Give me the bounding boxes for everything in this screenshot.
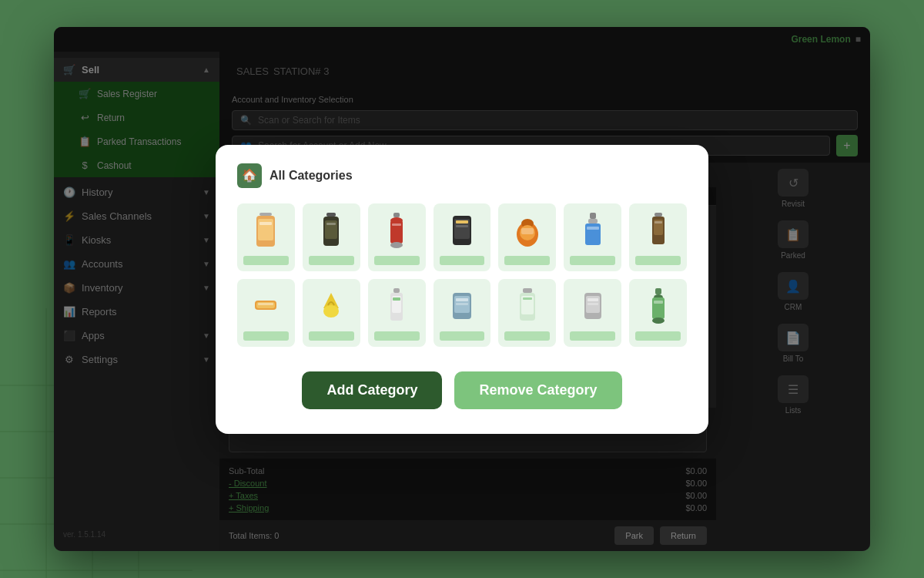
svg-rect-11 [259,222,272,225]
product-image-10 [377,287,417,327]
svg-rect-16 [393,213,400,217]
svg-rect-29 [590,213,596,219]
svg-rect-39 [258,303,273,305]
category-card-9[interactable] [303,279,360,347]
category-label-6 [570,256,615,265]
category-card-1[interactable] [237,203,295,271]
category-label-12 [504,331,550,341]
svg-point-40 [323,305,339,318]
add-category-button[interactable]: Add Category [302,371,442,409]
category-card-2[interactable] [303,203,360,271]
category-card-5[interactable] [498,203,556,271]
category-card-3[interactable] [368,203,426,271]
svg-rect-55 [588,298,598,301]
svg-rect-8 [259,213,272,216]
category-card-12[interactable] [498,279,556,347]
category-label-1 [243,256,289,265]
svg-rect-19 [392,223,401,226]
home-icon[interactable]: 🏠 [237,163,262,188]
category-label-13 [570,331,615,341]
category-card-4[interactable] [434,203,491,271]
category-card-10[interactable] [368,279,426,347]
svg-point-20 [390,242,403,248]
product-image-8 [246,287,286,327]
svg-rect-36 [654,221,662,223]
svg-rect-12 [326,213,336,217]
product-image-1 [246,211,286,251]
svg-rect-49 [523,288,532,293]
svg-rect-57 [655,288,661,294]
svg-rect-23 [456,220,468,223]
svg-rect-60 [654,301,663,304]
category-card-14[interactable] [629,279,687,347]
category-card-6[interactable] [564,203,621,271]
modal-overlay[interactable]: 🏠 All Categories [54,27,870,551]
svg-rect-15 [326,223,336,225]
product-image-9 [311,287,351,327]
svg-rect-24 [456,225,468,227]
category-label-4 [440,256,485,265]
category-label-3 [374,256,420,265]
category-card-13[interactable] [564,279,621,347]
category-grid [237,203,687,347]
svg-rect-33 [654,213,662,217]
category-label-11 [440,331,485,341]
product-image-11 [442,287,482,327]
svg-rect-32 [587,227,599,230]
category-label-9 [309,331,354,341]
svg-rect-52 [523,297,532,300]
remove-category-button[interactable]: Remove Category [454,371,621,409]
product-image-5 [507,211,547,251]
product-image-13 [573,287,613,327]
svg-point-61 [652,318,665,324]
modal-actions: Add Category Remove Category [237,371,687,409]
svg-rect-28 [521,228,534,234]
categories-modal: 🏠 All Categories [216,145,708,434]
category-card-8[interactable] [237,279,295,347]
svg-rect-41 [393,288,400,293]
category-label-8 [243,331,289,341]
modal-title: All Categories [270,169,353,183]
category-card-7[interactable] [629,203,687,271]
category-label-14 [635,331,681,341]
product-image-3 [377,211,417,251]
category-label-2 [309,256,354,265]
product-image-4 [442,211,482,251]
svg-rect-30 [588,219,598,223]
product-image-7 [638,211,678,251]
product-image-2 [311,211,351,251]
svg-rect-44 [393,297,400,301]
svg-rect-56 [588,303,598,305]
category-label-7 [635,256,681,265]
svg-rect-47 [456,298,468,301]
category-label-5 [504,256,550,265]
product-image-14 [638,287,678,327]
category-card-11[interactable] [434,279,491,347]
svg-rect-48 [456,303,468,305]
modal-header: 🏠 All Categories [237,163,687,188]
product-image-6 [573,211,613,251]
product-image-12 [507,287,547,327]
category-label-10 [374,331,420,341]
